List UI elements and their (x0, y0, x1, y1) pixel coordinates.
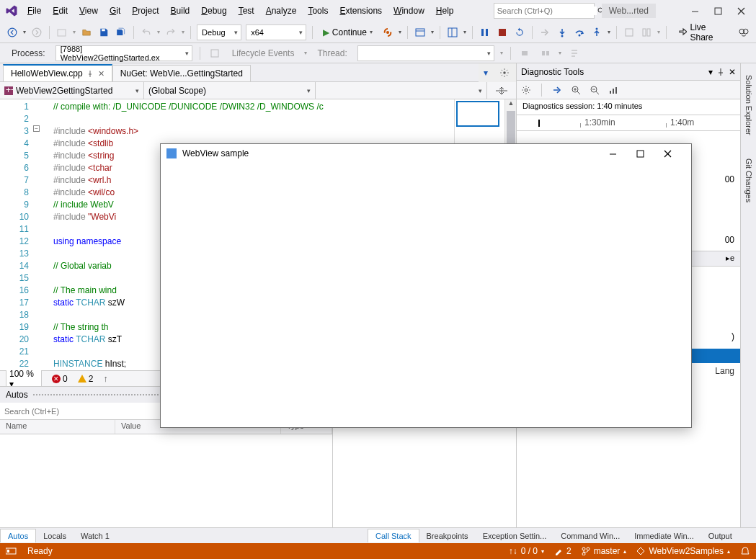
stack-frame-icon[interactable] (518, 46, 533, 61)
warning-count[interactable]: 2 (78, 374, 94, 384)
menu-extensions[interactable]: Extensions (334, 3, 388, 19)
menu-tools[interactable]: Tools (302, 3, 334, 19)
menu-view[interactable]: View (74, 3, 104, 19)
maximize-button[interactable] (713, 6, 723, 16)
autos-body[interactable] (0, 434, 332, 527)
restart-icon[interactable] (513, 25, 526, 40)
member-scope-combo[interactable] (316, 82, 487, 99)
minimize-button[interactable] (690, 6, 700, 16)
notifications-icon[interactable] (740, 546, 750, 556)
diag-reset-icon[interactable] (608, 85, 618, 95)
diag-zoom-out-icon[interactable] (590, 85, 600, 95)
pin-icon[interactable] (717, 68, 724, 76)
close-button[interactable] (736, 6, 746, 16)
tab-command-window[interactable]: Command Win... (553, 529, 627, 542)
minimap-viewport[interactable] (456, 101, 499, 127)
undo-icon[interactable] (140, 25, 153, 40)
svg-text:++: ++ (6, 86, 13, 95)
continue-button[interactable]: ▶ Continue ▾ (319, 27, 377, 37)
fold-toggle-icon[interactable]: − (33, 125, 40, 132)
popup-close-button[interactable] (664, 150, 685, 158)
menu-git[interactable]: Git (104, 3, 126, 19)
save-icon[interactable] (97, 25, 110, 40)
split-editor-icon[interactable] (487, 82, 516, 99)
lifecycle-icon[interactable] (208, 46, 222, 61)
feedback-icon[interactable] (737, 25, 750, 40)
browse-icon[interactable] (414, 25, 427, 40)
popup-maximize-button[interactable] (636, 150, 658, 158)
tab-locals[interactable]: Locals (36, 529, 74, 542)
tab-overflow-icon[interactable]: ▾ (479, 66, 493, 80)
pin-icon[interactable] (87, 71, 94, 77)
diag-select-tools-icon[interactable] (552, 85, 562, 95)
window-layout-icon[interactable] (446, 25, 459, 40)
step-over-icon[interactable] (573, 25, 586, 40)
menu-file[interactable]: File (22, 3, 47, 19)
tab-call-stack[interactable]: Call Stack (368, 529, 419, 542)
save-all-icon[interactable] (115, 25, 128, 40)
panel-menu-icon[interactable]: ▾ (708, 67, 713, 77)
git-changes-tab[interactable]: Git Changes (743, 154, 755, 207)
diag-timeline-ruler[interactable]: 1:30min 1:40m (517, 115, 740, 131)
menu-build[interactable]: Build (165, 3, 196, 19)
close-tab-icon[interactable]: ✕ (98, 69, 104, 79)
menu-analyze[interactable]: Analyze (260, 3, 303, 19)
document-tab[interactable]: NuGet: WebVie...GettingStarted (112, 65, 251, 81)
menu-test[interactable]: Test (233, 3, 260, 19)
menu-project[interactable]: Project (126, 3, 164, 19)
close-panel-icon[interactable]: ✕ (729, 67, 736, 77)
project-scope-combo[interactable]: ++ WebView2GettingStarted (0, 82, 144, 99)
tab-output[interactable]: Output (701, 529, 739, 542)
tools2-icon[interactable] (640, 25, 653, 40)
diag-settings-icon[interactable] (521, 85, 531, 95)
quick-search-input[interactable] (497, 6, 597, 15)
stop-icon[interactable] (496, 25, 509, 40)
git-branch[interactable]: master▴ (582, 546, 627, 556)
process-combo[interactable]: [7988] WebView2GettingStarted.ex (55, 45, 192, 61)
git-pending-changes[interactable]: 2 (554, 546, 572, 556)
tab-autos[interactable]: Autos (0, 529, 36, 542)
popup-titlebar[interactable]: WebView sample (161, 144, 691, 163)
open-icon[interactable] (80, 25, 93, 40)
quick-search[interactable] (494, 3, 595, 19)
new-project-icon[interactable] (55, 25, 68, 40)
git-repo[interactable]: WebView2Samples▴ (636, 546, 730, 556)
stack-frame2-icon[interactable] (538, 46, 553, 61)
platform-combo[interactable]: x64 (246, 24, 306, 40)
step-into-icon[interactable] (556, 25, 569, 40)
tab-breakpoints[interactable]: Breakpoints (419, 529, 476, 542)
git-unpushed[interactable]: ↑↓0 / 0▾ (509, 546, 544, 556)
webview-sample-window[interactable]: WebView sample (160, 143, 692, 428)
thread-combo[interactable] (357, 45, 494, 61)
show-next-statement-icon[interactable] (538, 25, 551, 40)
popup-client-area[interactable] (161, 163, 691, 427)
error-count[interactable]: ✕0 (52, 374, 68, 384)
pause-icon[interactable] (479, 25, 492, 40)
type-scope-combo[interactable]: (Global Scope) (144, 82, 316, 99)
nav-back-icon[interactable] (6, 25, 19, 40)
tab-watch1[interactable]: Watch 1 (74, 529, 117, 542)
redo-icon[interactable] (164, 25, 177, 40)
diag-zoom-in-icon[interactable] (571, 85, 581, 95)
tab-exception-settings[interactable]: Exception Settin... (476, 529, 554, 542)
menu-edit[interactable]: Edit (47, 3, 74, 19)
menu-debug[interactable]: Debug (195, 3, 232, 19)
stack-nav-icon[interactable] (567, 46, 582, 61)
menu-help[interactable]: Help (430, 3, 460, 19)
window-options-icon[interactable] (497, 66, 512, 80)
hot-reload-icon[interactable] (381, 25, 394, 40)
nav-up-icon[interactable]: ↑ (103, 374, 107, 384)
menu-window[interactable]: Window (388, 3, 430, 19)
popup-minimize-button[interactable] (609, 150, 631, 158)
config-combo[interactable]: Debug (197, 24, 241, 40)
scroll-up-icon[interactable]: ▲ (505, 99, 516, 111)
svg-point-7 (32, 28, 41, 37)
solution-explorer-tab[interactable]: Solution Explorer (743, 71, 755, 140)
tools-icon[interactable] (623, 25, 636, 40)
document-tab[interactable]: HelloWebView.cpp✕ (3, 64, 112, 81)
live-share-button[interactable]: Live Share (672, 22, 733, 43)
tab-immediate-window[interactable]: Immediate Win... (627, 529, 701, 542)
col-name[interactable]: Name (0, 420, 115, 434)
live-share-icon (678, 27, 688, 37)
step-out-icon[interactable] (590, 25, 603, 40)
